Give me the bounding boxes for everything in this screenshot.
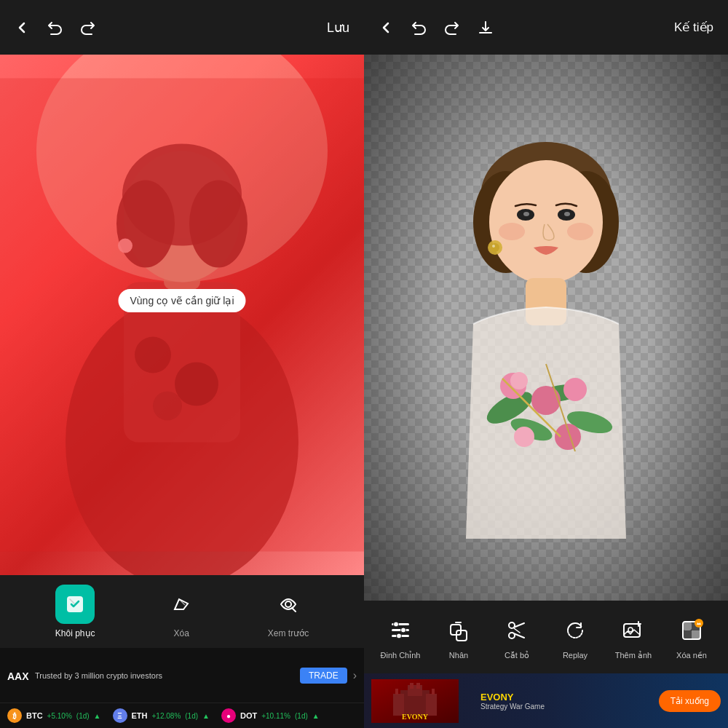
restore-label: Khôi phục: [55, 628, 95, 638]
remove-bg-label: Xóa nền: [676, 651, 707, 660]
tooltip-label: Vùng cọ vẽ cần giữ lại: [118, 289, 245, 312]
game-download-button[interactable]: Tải xuống: [659, 690, 721, 712]
left-save-button[interactable]: Lưu: [327, 20, 349, 36]
game-ad-banner: EVONY EVONY Strategy War Game Tải xuống: [364, 673, 728, 728]
right-back-button[interactable]: [379, 20, 393, 35]
restore-icon-wrap: [55, 585, 95, 624]
svg-point-44: [394, 622, 399, 627]
svg-point-45: [401, 628, 406, 633]
left-person-image: [0, 55, 364, 575]
right-header: Kế tiếp: [364, 0, 728, 55]
right-ad-area: EVONY EVONY Strategy War Game Tải xuống: [364, 673, 728, 728]
right-person-image: [400, 102, 692, 553]
svg-line-53: [515, 633, 525, 638]
svg-point-14: [285, 601, 291, 607]
dot-up-icon: ▲: [312, 712, 320, 720]
stamp-icon-wrap: [443, 614, 475, 646]
svg-point-25: [499, 223, 525, 240]
dot-item: ● DOT +10.11% (1d) ▲: [221, 708, 320, 723]
left-ad-bar: AAX Trusted by 3 million crypto investor…: [0, 648, 364, 703]
tool-erase[interactable]: Xóa: [162, 585, 201, 638]
svg-rect-72: [395, 689, 398, 695]
eth-change: +12.08%: [152, 712, 181, 720]
tool-stamp[interactable]: Nhân: [430, 614, 488, 660]
svg-rect-12: [0, 79, 364, 552]
eth-icon: Ξ: [113, 708, 127, 723]
eth-label: ETH: [132, 711, 148, 720]
left-undo-button[interactable]: [47, 20, 63, 36]
dot-icon: ●: [221, 708, 236, 723]
svg-rect-71: [416, 683, 420, 689]
right-undo-button[interactable]: [411, 20, 427, 36]
crypto-bar: ₿ BTC +5.10% (1d) ▲ Ξ ETH +12.08% (1d) ▲…: [0, 703, 364, 728]
svg-line-15: [292, 608, 296, 612]
adjust-icon-wrap: [384, 614, 416, 646]
dot-label: DOT: [240, 711, 257, 720]
remove-bg-icon: [680, 619, 703, 642]
add-photo-label: Thêm ảnh: [615, 651, 652, 660]
svg-text:AAX: AAX: [7, 670, 29, 682]
ad-arrow-icon: ›: [353, 669, 357, 682]
tool-adjust[interactable]: Đinh Chỉnh: [371, 614, 430, 660]
erase-icon-wrap: [162, 585, 201, 624]
svg-rect-70: [410, 683, 414, 689]
trade-button[interactable]: TRADE: [300, 668, 347, 684]
left-image-bg: Vùng cọ vẽ cần giữ lại: [0, 55, 364, 575]
add-photo-icon-wrap: [617, 614, 649, 646]
erase-icon: [170, 593, 192, 615]
right-download-button[interactable]: [478, 20, 494, 36]
preview-icon: [277, 593, 299, 615]
left-back-button[interactable]: [15, 20, 29, 35]
right-next-button[interactable]: Kế tiếp: [674, 20, 713, 35]
svg-point-46: [397, 633, 402, 638]
left-header: Lưu: [0, 0, 364, 55]
svg-point-56: [628, 628, 633, 632]
stamp-icon: [447, 619, 470, 642]
catbo-icon-wrap: [501, 614, 533, 646]
left-image-area: Vùng cọ vẽ cần giữ lại: [0, 55, 364, 575]
tool-restore[interactable]: Khôi phục: [55, 585, 95, 638]
right-image-area: [364, 55, 728, 601]
right-panel: Kế tiếp: [364, 0, 728, 728]
right-redo-button[interactable]: [444, 20, 460, 36]
svg-line-52: [515, 623, 525, 628]
svg-point-28: [491, 243, 499, 252]
svg-point-20: [489, 160, 603, 284]
svg-point-26: [567, 223, 593, 240]
restore-icon: [64, 593, 86, 615]
tool-preview[interactable]: Xem trước: [268, 585, 309, 638]
ad-logo: AAX: [7, 668, 29, 683]
add-photo-icon: [622, 619, 645, 642]
tool-add-photo[interactable]: Thêm ảnh: [604, 614, 662, 660]
eth-period: (1d): [185, 712, 198, 720]
eth-item: Ξ ETH +12.08% (1d) ▲: [113, 708, 210, 723]
catbo-label: Cắt bỏ: [505, 651, 529, 660]
aax-logo-icon: AAX: [7, 668, 29, 683]
svg-rect-60: [683, 622, 692, 630]
tool-catbo[interactable]: Cắt bỏ: [488, 614, 546, 660]
game-ad-title: EVONY: [480, 692, 637, 703]
left-redo-button[interactable]: [80, 20, 96, 36]
catbo-icon: [505, 619, 529, 642]
right-header-controls: [379, 20, 494, 36]
left-panel: Lưu: [0, 0, 364, 728]
svg-rect-73: [432, 689, 435, 695]
preview-icon-wrap: [269, 585, 308, 624]
adjust-label: Đinh Chỉnh: [381, 651, 421, 660]
tool-replay[interactable]: Replay: [546, 614, 604, 660]
game-ad-subtitle: Strategy War Game: [480, 703, 637, 711]
btc-icon: ₿: [7, 708, 22, 723]
svg-point-24: [564, 212, 570, 216]
left-toolbar: Khôi phục Xóa Xem trước: [0, 575, 364, 648]
btc-period: (1d): [76, 712, 90, 720]
right-image-bg: [364, 55, 728, 601]
svg-rect-63: [683, 630, 692, 639]
dot-change: +10.11%: [261, 712, 290, 720]
left-header-controls: [15, 20, 96, 36]
preview-label: Xem trước: [268, 628, 309, 638]
game-ad-center: EVONY Strategy War Game: [473, 692, 644, 711]
svg-point-29: [492, 245, 495, 248]
evony-game-icon: EVONY: [371, 679, 459, 723]
tool-remove-bg[interactable]: Xóa nền: [662, 614, 721, 660]
ad-tagline: Trusted by 3 million crypto investors: [35, 671, 294, 680]
